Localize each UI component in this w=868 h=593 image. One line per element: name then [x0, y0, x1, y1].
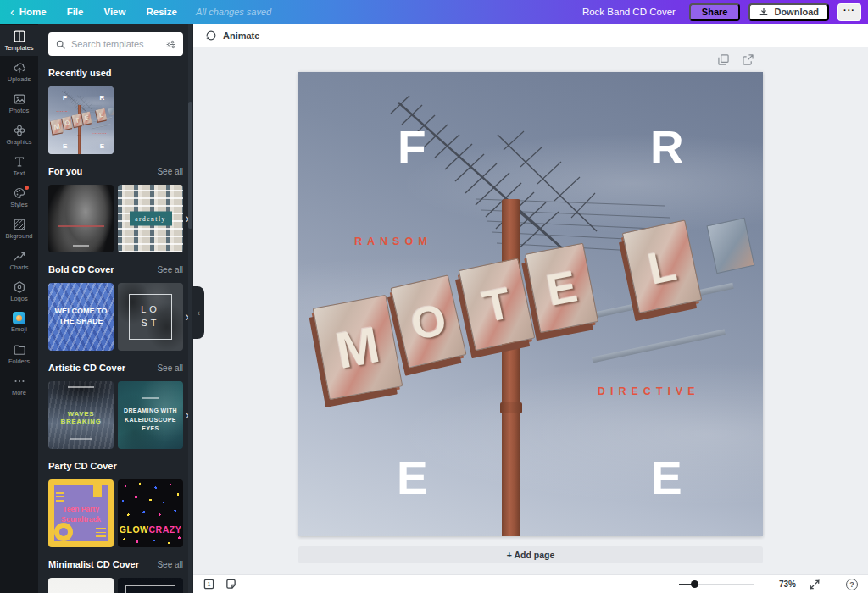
- rail-item-more[interactable]: More: [0, 369, 38, 401]
- menu-file[interactable]: File: [67, 7, 84, 17]
- rail-label: More: [12, 390, 26, 396]
- design-page[interactable]: M O T E L F R RANSOM DIRECTIVE E E: [298, 72, 763, 536]
- rail-label: Photos: [9, 108, 29, 114]
- template-thumb-welcome-shade[interactable]: WELCOME TO THE SHADE: [48, 283, 114, 351]
- design-text-ransom[interactable]: RANSOM: [354, 236, 432, 247]
- document-title[interactable]: Rock Band CD Cover: [582, 7, 676, 17]
- rail-item-styles[interactable]: Styles: [0, 181, 38, 213]
- rail-item-emoji[interactable]: Emoji: [0, 307, 38, 338]
- thumb-title: WELCOME TO THE SHADE: [48, 306, 114, 326]
- photos-icon: [13, 92, 26, 106]
- page-grid-view-icon[interactable]: 1: [203, 579, 214, 590]
- templates-icon: [13, 30, 26, 43]
- rail-item-graphics[interactable]: Graphics: [0, 119, 38, 150]
- see-all-link[interactable]: See all: [157, 560, 183, 569]
- rail-item-logos[interactable]: Logos: [0, 275, 38, 307]
- search-icon: [55, 39, 66, 50]
- sign-letter-box: E: [525, 243, 598, 334]
- section-title: Party CD Cover: [48, 461, 117, 471]
- design-text-letter-e2[interactable]: E: [100, 142, 104, 149]
- design-text-letter-f[interactable]: F: [63, 94, 67, 101]
- duplicate-page-icon[interactable]: [718, 54, 729, 65]
- menu-view[interactable]: View: [103, 7, 125, 17]
- rail-label: Bkground: [5, 233, 32, 240]
- design-text-letter-e1[interactable]: E: [63, 142, 67, 149]
- design-text-directive[interactable]: DIRECTIVE: [598, 385, 700, 397]
- search-box[interactable]: [48, 32, 183, 56]
- recent-design-thumb-preview: M O T E L F R RANSOM DIRECTIVE E E: [48, 86, 114, 154]
- template-thumb-riot[interactable]: RIOT OF RENEGADES: [118, 578, 183, 593]
- background-icon: [13, 218, 26, 231]
- add-page-button[interactable]: + Add page: [298, 546, 763, 563]
- menu-resize[interactable]: Resize: [146, 7, 176, 17]
- design-text-letter-e1[interactable]: E: [397, 455, 428, 502]
- animate-button[interactable]: Animate: [205, 30, 259, 42]
- home-button[interactable]: ‹ Home: [10, 7, 47, 18]
- search-input[interactable]: [71, 39, 160, 49]
- thumb-title: DREAMING WITH KALEIDOSCOPE EYES: [118, 407, 183, 434]
- fullscreen-button[interactable]: [810, 579, 820, 590]
- help-icon: ?: [846, 579, 858, 590]
- rail-item-background[interactable]: Bkground: [0, 213, 38, 244]
- filter-icon[interactable]: [165, 39, 176, 50]
- zoom-level: 73%: [771, 579, 796, 589]
- rail-label: Templates: [4, 45, 33, 52]
- zoom-slider-handle[interactable]: [691, 580, 698, 588]
- panel-scrollbar-thumb[interactable]: [188, 102, 192, 229]
- rail-label: Graphics: [6, 139, 31, 146]
- section-title: Artistic CD Cover: [48, 363, 125, 373]
- rail-label: Styles: [10, 202, 27, 208]
- download-button[interactable]: Download: [748, 3, 829, 21]
- thumb-title: ardently: [130, 212, 172, 226]
- more-icon: [13, 374, 26, 388]
- collapse-chevron-icon: ‹: [198, 308, 200, 318]
- template-thumb-hands[interactable]: [48, 185, 114, 252]
- sign-pole-graphic: [78, 105, 81, 154]
- template-thumb-glowcrazy[interactable]: GLOWCRAZY: [118, 479, 183, 547]
- template-thumb-lost[interactable]: LO ST: [118, 283, 183, 351]
- design-text-ransom[interactable]: RANSOM: [57, 110, 68, 112]
- template-thumb-snowing[interactable]: IT IS SNOWING: [48, 578, 114, 593]
- design-text-directive[interactable]: DIRECTIVE: [92, 132, 108, 134]
- panel-collapse-tab[interactable]: ‹: [193, 286, 204, 339]
- template-thumb-ardently[interactable]: ardently: [118, 185, 183, 252]
- rail-item-folders[interactable]: Folders: [0, 338, 38, 369]
- rail-label: Logos: [10, 296, 27, 302]
- help-button[interactable]: ?: [846, 579, 858, 590]
- template-thumb-waves[interactable]: WAVES BREAKING: [48, 381, 114, 449]
- statusbar-divider: [832, 579, 832, 590]
- rail-item-text[interactable]: Text: [0, 150, 38, 181]
- sign-pole-collar: [500, 402, 522, 413]
- notes-icon[interactable]: [225, 579, 236, 590]
- section-title: Bold CD Cover: [48, 264, 114, 274]
- section-minimalist-cd-cover: Minimalist CD Cover See all IT IS SNOWIN…: [48, 559, 183, 593]
- share-button[interactable]: Share: [689, 3, 741, 21]
- sign-letter-box: O: [390, 274, 466, 368]
- export-page-icon[interactable]: [743, 54, 754, 65]
- rail-item-templates[interactable]: Templates: [0, 25, 38, 56]
- animate-icon: [205, 30, 217, 42]
- see-all-link[interactable]: See all: [157, 265, 183, 274]
- design-text-letter-e2[interactable]: E: [651, 455, 682, 502]
- template-thumb-dreaming[interactable]: DREAMING WITH KALEIDOSCOPE EYES: [118, 381, 183, 449]
- zoom-slider[interactable]: [679, 584, 754, 585]
- rail-item-uploads[interactable]: Uploads: [0, 56, 38, 87]
- recent-design-thumb[interactable]: M O T E L F R RANSOM DIRECTIVE E E: [48, 86, 114, 154]
- rail-item-charts[interactable]: Charts: [0, 244, 38, 275]
- download-label: Download: [774, 7, 819, 17]
- see-all-link[interactable]: See all: [157, 167, 183, 176]
- section-title: Recently used: [48, 68, 112, 78]
- design-text-letter-f[interactable]: F: [398, 125, 426, 171]
- thumb-caption-line: [142, 397, 160, 399]
- charts-icon: [13, 249, 26, 263]
- thumb-decoration: [56, 490, 64, 502]
- design-text-letter-r[interactable]: R: [650, 125, 684, 171]
- panel-scrollbar[interactable]: [188, 24, 192, 593]
- header-more-button[interactable]: ···: [837, 3, 861, 21]
- section-artistic-cd-cover: Artistic CD Cover See all WAVES BREAKING…: [48, 363, 183, 449]
- see-all-link[interactable]: See all: [157, 363, 183, 373]
- template-thumb-teen-party[interactable]: Teen Party Soundtrack: [48, 479, 114, 547]
- design-text-letter-r[interactable]: R: [100, 94, 105, 101]
- sign-letter-box: O: [62, 116, 73, 130]
- rail-item-photos[interactable]: Photos: [0, 87, 38, 119]
